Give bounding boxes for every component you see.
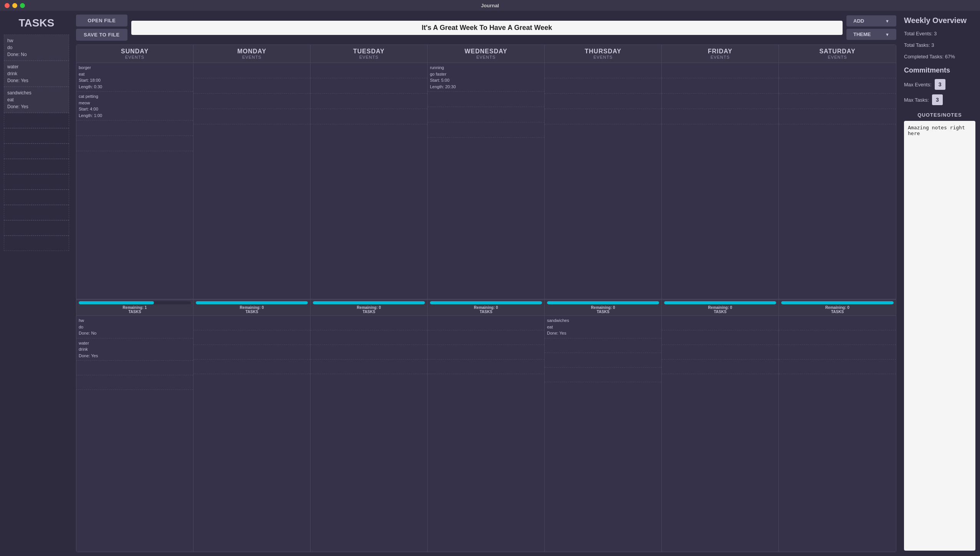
event-slot[interactable] [311,94,427,109]
event-slot[interactable] [545,63,661,78]
event-slot[interactable] [779,109,896,124]
task-slot[interactable] [779,360,896,374]
max-tasks-value: 3 [932,94,943,105]
event-slot[interactable] [193,94,310,109]
event-slot[interactable] [428,107,544,122]
day-header-saturday: SATURDAYEVENTS [779,45,896,63]
event-slot[interactable] [545,124,661,140]
task-slot[interactable]: water drink Done: Yes [76,338,193,361]
task-slot[interactable] [311,360,427,374]
task-slot[interactable] [76,375,193,390]
task-slot[interactable] [662,330,778,345]
event-slot[interactable] [545,109,661,124]
sidebar-task-item[interactable] [4,174,69,190]
task-slot[interactable]: hw do Done: No [76,316,193,338]
event-slot[interactable] [662,63,778,78]
sidebar-task-item[interactable] [4,236,69,251]
event-slot[interactable] [311,109,427,124]
task-slot[interactable] [545,382,661,397]
event-slot[interactable] [662,124,778,140]
sidebar-task-item[interactable] [4,190,69,205]
day-column-friday: FRIDAYEVENTS Remaining: 0TASKS [662,45,779,552]
task-slot[interactable] [193,316,310,330]
task-slot[interactable] [662,316,778,330]
sidebar-task-item[interactable]: hw do Done: No [4,35,69,61]
week-title-input[interactable] [131,21,843,35]
sidebar-task-item[interactable] [4,128,69,144]
task-slot[interactable] [779,330,896,345]
event-slot[interactable] [662,94,778,109]
close-button[interactable] [5,3,10,8]
event-slot[interactable] [428,122,544,138]
task-slot[interactable] [662,374,778,389]
event-slot[interactable] [662,109,778,124]
theme-dropdown-button[interactable]: THEME ▼ [846,29,896,40]
overview-title: Weekly Overview [904,16,975,25]
task-slot[interactable] [662,345,778,360]
task-slot[interactable] [76,361,193,375]
event-slot[interactable] [76,136,193,151]
open-file-button[interactable]: OPEN FILE [76,15,127,26]
task-slot[interactable] [779,316,896,330]
event-slot[interactable] [779,94,896,109]
day-events-label: EVENTS [312,55,426,59]
sidebar-task-item[interactable] [4,220,69,236]
task-slot[interactable] [193,330,310,345]
task-slot[interactable]: sandwiches eat Done: Yes [545,316,661,338]
sidebar-task-item[interactable]: water drink Done: Yes [4,61,69,87]
max-tasks-row: Max Tasks: 3 [904,94,975,105]
task-slot[interactable] [662,360,778,374]
event-slot[interactable] [311,78,427,94]
total-events-stat: Total Events: 3 [904,30,975,38]
task-slot[interactable] [545,338,661,353]
task-slot[interactable] [311,345,427,360]
sidebar-task-item[interactable] [4,159,69,174]
minimize-button[interactable] [12,3,17,8]
event-slot[interactable] [779,124,896,140]
maximize-button[interactable] [20,3,25,8]
event-slot[interactable] [193,109,310,124]
event-slot[interactable] [545,78,661,94]
task-slot[interactable] [311,330,427,345]
task-slot[interactable] [193,360,310,374]
event-slot[interactable] [193,78,310,94]
task-slot[interactable] [76,390,193,404]
sidebar-task-item[interactable] [4,144,69,159]
event-slot[interactable] [311,63,427,78]
task-slot[interactable] [428,345,544,360]
sidebar-task-item[interactable] [4,113,69,128]
save-to-file-button[interactable]: SAVE TO FILE [76,29,127,41]
sidebar-task-item[interactable]: sandwiches eat Done: Yes [4,87,69,113]
event-slot[interactable]: cat petting meow Start: 4:00 Length: 1:0… [76,92,193,120]
task-slot[interactable] [311,374,427,389]
sidebar-task-item[interactable] [4,205,69,220]
task-slot[interactable] [428,360,544,374]
event-slot[interactable] [76,151,193,167]
event-slot[interactable] [428,138,544,153]
task-slot[interactable] [779,345,896,360]
add-dropdown-button[interactable]: ADD ▼ [846,15,896,26]
event-slot[interactable] [779,63,896,78]
event-slot[interactable] [662,78,778,94]
event-slot[interactable] [76,120,193,136]
task-slot[interactable] [311,316,427,330]
event-slot[interactable] [428,92,544,107]
event-slot[interactable] [311,124,427,140]
task-slot[interactable] [545,368,661,382]
task-slot[interactable] [545,353,661,368]
event-slot[interactable] [779,78,896,94]
task-slot[interactable] [428,316,544,330]
event-slot[interactable] [193,124,310,140]
task-slot[interactable] [779,374,896,389]
task-slot[interactable] [193,345,310,360]
progress-bar-bg [664,301,776,304]
task-slot[interactable] [428,374,544,389]
notes-textarea[interactable] [904,121,975,551]
event-slot[interactable]: borger eat Start: 18:00 Length: 0:30 [76,63,193,92]
task-slot[interactable] [428,330,544,345]
event-slot[interactable] [193,63,310,78]
event-slot[interactable]: running go faster Start: 5:00 Length: 20… [428,63,544,92]
event-slot[interactable] [545,94,661,109]
task-slot[interactable] [193,374,310,389]
events-section [311,63,427,299]
